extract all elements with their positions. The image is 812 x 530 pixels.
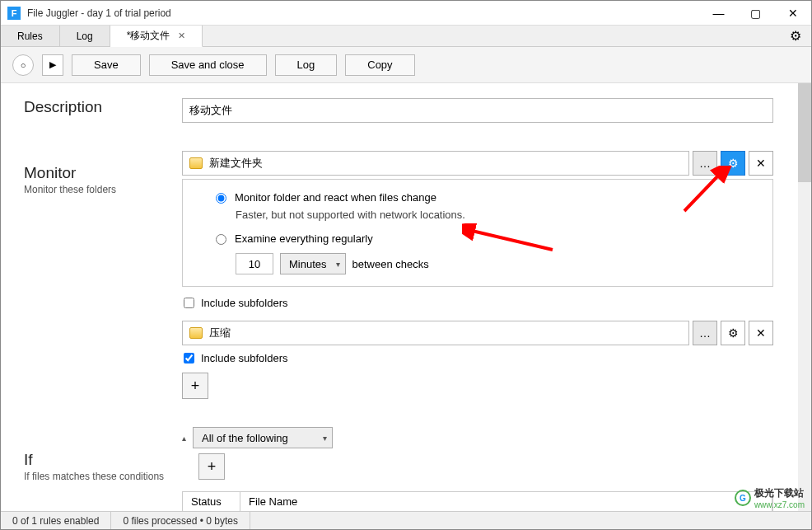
folder-icon: [189, 327, 203, 339]
tab-label: Log: [77, 30, 93, 42]
maximize-button[interactable]: ▢: [737, 1, 774, 26]
browse-folder-button[interactable]: …: [693, 151, 717, 176]
folder-path[interactable]: 新建文件夹: [209, 156, 688, 171]
folder-settings-button[interactable]: ⚙: [721, 151, 745, 176]
if-section-title: If: [24, 451, 166, 469]
status-files-processed: 0 files processed • 0 bytes: [111, 512, 250, 529]
tab-current-rule[interactable]: *移动文件 ✕: [110, 26, 203, 47]
gear-icon: ⚙: [728, 157, 739, 170]
tab-close-icon[interactable]: ✕: [178, 30, 185, 41]
condition-mode-select[interactable]: All of the following: [193, 427, 333, 448]
close-icon: ✕: [756, 326, 766, 340]
add-folder-button[interactable]: +: [182, 373, 208, 399]
include-subfolders-row: Include subfolders: [182, 293, 773, 312]
table-header-filename[interactable]: File Name: [240, 492, 772, 511]
monitor-options-panel: Monitor folder and react when files chan…: [182, 179, 773, 287]
interval-value-input[interactable]: [236, 253, 273, 274]
include-subfolders-row: Include subfolders: [182, 349, 773, 368]
monitor-section-title: Monitor: [24, 164, 166, 182]
interval-row: Minutes between checks: [236, 253, 756, 274]
if-condition-row: ▴ All of the following: [182, 427, 773, 448]
description-input[interactable]: [182, 98, 773, 123]
table-header-status[interactable]: Status: [183, 492, 240, 511]
circle-icon: ○: [21, 60, 26, 70]
left-column: Description Monitor Monitor these folder…: [1, 83, 174, 516]
tab-label: *移动文件: [127, 29, 170, 43]
monitor-mode-radio-row: Monitor folder and react when files chan…: [216, 191, 756, 204]
watermark: G 极光下载站 www.xz7.com: [735, 486, 805, 509]
folder-settings-button[interactable]: ⚙: [721, 321, 745, 345]
expand-icon[interactable]: ▴: [182, 434, 186, 443]
status-rules-enabled: 0 of 1 rules enabled: [1, 512, 111, 529]
folder-path-input-wrap: 新建文件夹: [182, 151, 689, 176]
record-button[interactable]: ○: [12, 54, 34, 76]
monitor-folder-row: 新建文件夹 … ⚙ ✕: [182, 151, 773, 176]
watermark-brand: 极光下载站: [754, 486, 805, 500]
copy-button[interactable]: Copy: [345, 54, 414, 76]
monitor-mode-sublabel: Faster, but not supported with network l…: [236, 209, 756, 221]
examine-mode-label: Examine everything regularly: [235, 232, 373, 245]
include-subfolders-checkbox[interactable]: [184, 298, 194, 308]
monitor-section-subtitle: Monitor these folders: [24, 184, 166, 195]
interval-suffix-label: between checks: [352, 258, 429, 270]
remove-folder-button[interactable]: ✕: [749, 321, 773, 345]
remove-folder-button[interactable]: ✕: [749, 151, 773, 176]
examine-mode-radio-row: Examine everything regularly: [216, 232, 756, 245]
include-subfolders-checkbox[interactable]: [184, 353, 194, 363]
log-button[interactable]: Log: [275, 54, 338, 76]
monitor-folder-row: 压缩 … ⚙ ✕: [182, 321, 773, 345]
watermark-url: www.xz7.com: [754, 500, 805, 509]
monitor-mode-label: Monitor folder and react when files chan…: [235, 191, 436, 204]
folder-path-input-wrap: 压缩: [182, 321, 689, 345]
app-icon: F: [7, 7, 21, 20]
play-button[interactable]: ▶: [42, 54, 63, 76]
gear-icon: ⚙: [790, 28, 801, 44]
include-subfolders-label: Include subfolders: [201, 352, 288, 364]
play-icon: ▶: [49, 59, 56, 70]
description-section-title: Description: [24, 98, 166, 116]
close-icon: ✕: [756, 157, 766, 170]
main-content: Description Monitor Monitor these folder…: [1, 83, 811, 516]
gear-icon: ⚙: [728, 326, 739, 340]
folder-path[interactable]: 压缩: [209, 326, 688, 340]
examine-mode-radio[interactable]: [216, 234, 226, 245]
titlebar: F File Juggler - day 1 of trial period —…: [1, 1, 811, 26]
close-window-button[interactable]: ✕: [774, 1, 811, 26]
results-table-header: Status File Name: [182, 491, 773, 511]
monitor-mode-radio[interactable]: [216, 193, 226, 204]
right-column: 新建文件夹 … ⚙ ✕ Monitor folder and react whe…: [174, 83, 798, 516]
scrollbar-thumb[interactable]: [798, 83, 811, 182]
include-subfolders-label: Include subfolders: [201, 297, 288, 309]
interval-unit-select[interactable]: Minutes: [280, 253, 346, 274]
tab-log[interactable]: Log: [60, 26, 110, 46]
tab-label: Rules: [17, 30, 43, 42]
save-and-close-button[interactable]: Save and close: [149, 54, 267, 76]
tab-rules[interactable]: Rules: [1, 26, 60, 46]
minimize-button[interactable]: —: [700, 1, 737, 26]
folder-icon: [189, 157, 203, 169]
browse-folder-button[interactable]: …: [693, 321, 717, 345]
window-controls: — ▢ ✕: [700, 1, 811, 26]
vertical-scrollbar[interactable]: [798, 83, 811, 516]
plus-icon: +: [208, 458, 217, 476]
tabstrip: Rules Log *移动文件 ✕ ⚙: [1, 26, 811, 47]
save-button[interactable]: Save: [72, 54, 141, 76]
if-section-subtitle: If files matches these conditions: [24, 471, 166, 482]
window-title: File Juggler - day 1 of trial period: [27, 7, 700, 19]
add-condition-button[interactable]: +: [198, 453, 225, 480]
plus-icon: +: [191, 378, 200, 395]
settings-gear-button[interactable]: ⚙: [780, 26, 811, 46]
toolbar: ○ ▶ Save Save and close Log Copy: [1, 47, 811, 83]
watermark-logo-icon: G: [735, 490, 751, 506]
statusbar: 0 of 1 rules enabled 0 files processed •…: [1, 511, 811, 529]
